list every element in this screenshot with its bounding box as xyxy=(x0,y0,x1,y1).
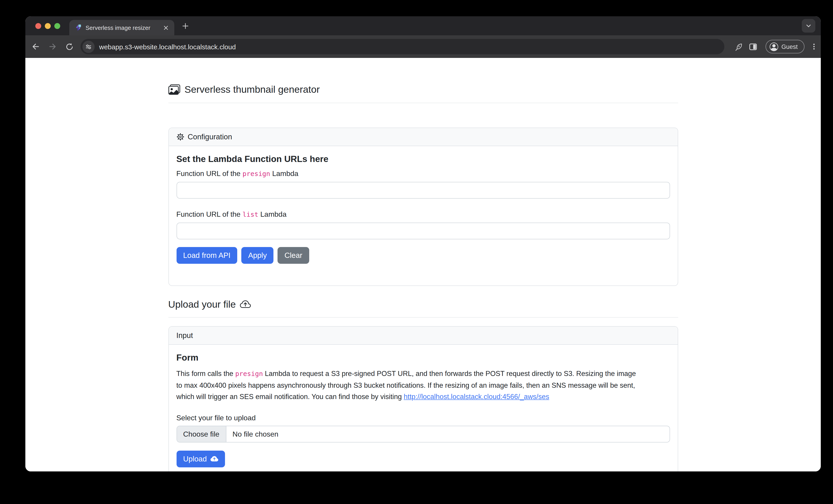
profile-button[interactable]: Guest xyxy=(765,40,805,53)
cloud-arrow-up-fill-icon xyxy=(211,455,218,463)
zoom-window-button[interactable] xyxy=(54,23,60,29)
avatar-icon xyxy=(770,42,778,51)
input-card-header: Input xyxy=(169,327,677,345)
form-description: This form calls the presign Lambda to re… xyxy=(176,368,670,402)
browser-window: Serverless image resizer xyxy=(25,16,821,472)
page-title-row: Serverless thumbnail generator xyxy=(168,83,678,96)
description-line: which will trigger an SES email notifica… xyxy=(176,391,670,402)
upload-button-label: Upload xyxy=(183,455,207,463)
configuration-card-header: Configuration xyxy=(169,128,677,146)
forward-icon[interactable] xyxy=(45,39,60,54)
desc-text: Lambda to request a S3 pre-signed POST U… xyxy=(263,370,636,377)
reload-icon[interactable] xyxy=(62,39,77,54)
list-code: list xyxy=(242,211,258,218)
tab-strip: Serverless image resizer xyxy=(25,16,821,35)
load-from-api-button[interactable]: Load from API xyxy=(176,247,237,264)
images-icon xyxy=(168,84,180,96)
presign-label-post: Lambda xyxy=(270,170,299,177)
desc-text: which will trigger an SES email notifica… xyxy=(176,393,404,400)
browser-menu-icon[interactable] xyxy=(807,40,821,54)
upload-section-heading: Upload your file xyxy=(168,299,236,310)
choose-file-button[interactable]: Choose file xyxy=(177,426,226,442)
back-icon[interactable] xyxy=(28,39,44,54)
tab-favicon-icon xyxy=(75,24,82,31)
configuration-card-body: Set the Lambda Function URLs here Functi… xyxy=(169,146,677,285)
presign-code-inline: presign xyxy=(235,370,263,377)
list-url-label: Function URL of the list Lambda xyxy=(176,210,670,219)
file-input[interactable]: Choose file No file chosen xyxy=(176,426,670,443)
apply-button[interactable]: Apply xyxy=(241,247,274,264)
tab-close-icon[interactable] xyxy=(162,24,170,32)
list-url-input[interactable] xyxy=(176,223,670,239)
side-panel-icon[interactable] xyxy=(746,40,760,54)
list-label-post: Lambda xyxy=(258,210,287,218)
browser-tab[interactable]: Serverless image resizer xyxy=(69,20,174,35)
presign-url-label: Function URL of the presign Lambda xyxy=(176,170,670,178)
file-select-label: Select your file to upload xyxy=(176,414,670,422)
gear-icon xyxy=(176,133,184,141)
configuration-buttons: Load from API Apply Clear xyxy=(176,247,670,264)
performance-leaf-icon[interactable] xyxy=(731,40,746,54)
input-card-title: Input xyxy=(176,331,193,340)
page-title: Serverless thumbnail generator xyxy=(185,84,320,95)
close-window-button[interactable] xyxy=(35,23,41,29)
lambda-urls-heading: Set the Lambda Function URLs here xyxy=(176,154,670,164)
profile-name: Guest xyxy=(781,43,798,50)
site-settings-icon[interactable] xyxy=(82,41,95,53)
desc-text: This form calls the xyxy=(176,370,235,377)
desktop: Serverless image resizer xyxy=(0,0,833,504)
web-page: Serverless thumbnail generator xyxy=(25,58,821,472)
ses-link[interactable]: http://localhost.localstack.cloud:4566/_… xyxy=(404,393,549,400)
presign-url-input[interactable] xyxy=(176,182,670,199)
input-card: Input Form This form calls the presign L… xyxy=(168,326,678,472)
cloud-arrow-up-icon xyxy=(240,299,251,310)
tab-search-chevron-button[interactable] xyxy=(802,19,815,32)
new-tab-button[interactable] xyxy=(181,22,189,30)
file-chosen-status: No file chosen xyxy=(226,426,285,442)
divider xyxy=(168,317,678,318)
browser-toolbar: webapp.s3-website.localhost.localstack.c… xyxy=(25,35,821,58)
url-bar[interactable]: webapp.s3-website.localhost.localstack.c… xyxy=(80,39,724,54)
url-text[interactable]: webapp.s3-website.localhost.localstack.c… xyxy=(99,43,236,50)
clear-button[interactable]: Clear xyxy=(278,247,309,264)
input-card-body: Form This form calls the presign Lambda … xyxy=(169,345,677,472)
presign-label-pre: Function URL of the xyxy=(176,170,242,177)
configuration-card: Configuration Set the Lambda Function UR… xyxy=(168,128,678,286)
upload-heading-row: Upload your file xyxy=(168,298,678,311)
form-heading: Form xyxy=(176,352,670,363)
divider xyxy=(168,103,678,103)
list-label-pre: Function URL of the xyxy=(176,210,242,218)
tab-title: Serverless image resizer xyxy=(86,24,162,31)
description-line: This form calls the presign Lambda to re… xyxy=(176,368,670,380)
configuration-card-title: Configuration xyxy=(188,132,232,141)
minimize-window-button[interactable] xyxy=(45,23,51,29)
upload-button[interactable]: Upload xyxy=(176,451,225,468)
presign-code: presign xyxy=(242,170,270,177)
description-line: to max 400x400 pixels happens asynchrono… xyxy=(176,380,670,391)
